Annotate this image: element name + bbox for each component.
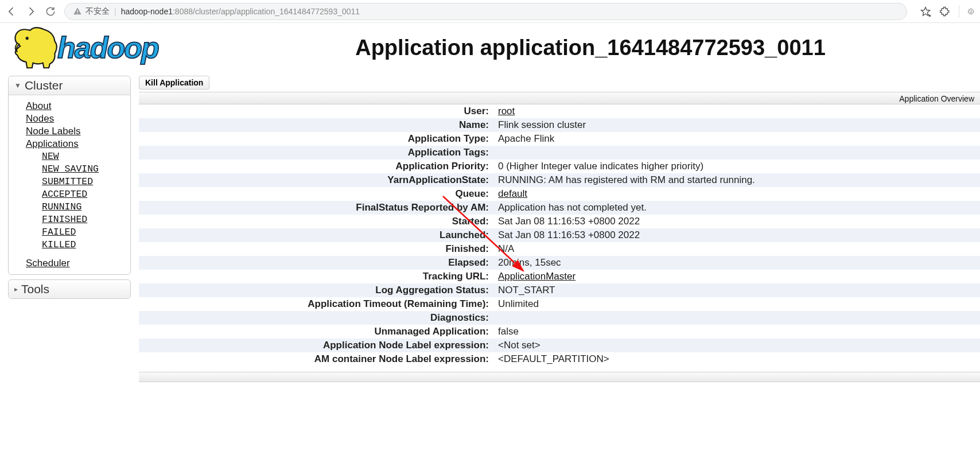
table-row: Started:Sat Jan 08 11:16:53 +0800 2022	[139, 215, 980, 228]
sidebar-appstate-submitted[interactable]: SUBMITTED	[42, 176, 93, 187]
application-overview-header[interactable]: Application Overview	[139, 92, 980, 104]
url-text: hadoop-node1:8088/cluster/app/applicatio…	[121, 7, 360, 16]
chevron-down-icon: ▼	[14, 81, 21, 90]
insecure-indicator: 不安全	[73, 6, 110, 17]
table-row: Application Priority:0 (Higher Integer v…	[139, 160, 980, 173]
sidebar-appstate-failed[interactable]: FAILED	[42, 227, 76, 238]
info-label: Unmanaged Application:	[139, 325, 493, 339]
table-row: Tracking URL:ApplicationMaster	[139, 270, 980, 283]
info-value	[493, 146, 980, 160]
info-label: Finished:	[139, 242, 493, 256]
table-row: Name:Flink session cluster	[139, 118, 980, 132]
main-content: Kill Application Application Overview Us…	[139, 76, 980, 382]
info-label: Started:	[139, 215, 493, 228]
svg-point-8	[26, 37, 29, 40]
table-row: Application Tags:	[139, 146, 980, 160]
svg-point-5	[969, 9, 974, 14]
back-button[interactable]	[6, 6, 17, 17]
table-row: Application Node Label expression:<Not s…	[139, 339, 980, 352]
logo[interactable]: hadoop	[10, 26, 211, 69]
info-value: false	[493, 325, 980, 339]
info-value-link[interactable]: root	[498, 106, 515, 116]
info-value-link[interactable]: default	[498, 188, 527, 199]
sidebar-link-node-labels[interactable]: Node Labels	[26, 126, 80, 137]
info-value: Unlimited	[493, 297, 980, 311]
sidebar-link-about[interactable]: About	[26, 100, 51, 111]
sidebar-appstate-finished[interactable]: FINISHED	[42, 214, 87, 225]
forward-button[interactable]	[25, 6, 37, 17]
favorite-icon[interactable]	[920, 6, 931, 17]
sidebar-appstate-new-saving[interactable]: NEW_SAVING	[42, 164, 99, 174]
sidebar-panel-cluster: ▼ Cluster About Nodes Node Labels Applic…	[8, 76, 131, 275]
address-separator: |	[114, 7, 116, 16]
info-label: Elapsed:	[139, 256, 493, 270]
info-value: Sat Jan 08 11:16:53 +0800 2022	[493, 215, 980, 228]
sidebar: ▼ Cluster About Nodes Node Labels Applic…	[8, 76, 131, 304]
info-value-link[interactable]: ApplicationMaster	[498, 271, 575, 282]
info-label: Tracking URL:	[139, 270, 493, 283]
browser-chrome: 不安全 | hadoop-node1:8088/cluster/app/appl…	[0, 0, 980, 23]
table-row: Application Type:Apache Flink	[139, 132, 980, 146]
hadoop-elephant-icon	[10, 26, 60, 69]
info-value: root	[493, 104, 980, 118]
info-value: Application has not completed yet.	[493, 201, 980, 215]
table-row: Log Aggregation Status:NOT_START	[139, 283, 980, 297]
sidebar-appstate-new[interactable]: NEW	[42, 151, 59, 162]
sidebar-appstate-killed[interactable]: KILLED	[42, 239, 76, 250]
table-row: User:root	[139, 104, 980, 118]
table-row: Unmanaged Application:false	[139, 325, 980, 339]
sidebar-link-scheduler[interactable]: Scheduler	[26, 258, 70, 269]
extensions-icon[interactable]	[939, 6, 951, 17]
info-value	[493, 311, 980, 325]
chevron-right-icon: ▸	[14, 285, 18, 293]
info-value: Apache Flink	[493, 132, 980, 146]
info-value: Flink session cluster	[493, 118, 980, 132]
sidebar-panel-tools-header[interactable]: ▸ Tools	[9, 280, 130, 298]
info-label: Application Node Label expression:	[139, 339, 493, 352]
table-row: Queue:default	[139, 187, 980, 201]
table-row: AM container Node Label expression:<DEFA…	[139, 352, 980, 366]
info-label: Application Timeout (Remaining Time):	[139, 297, 493, 311]
application-info-table: User:rootName:Flink session clusterAppli…	[139, 104, 980, 366]
table-row: YarnApplicationState:RUNNING: AM has reg…	[139, 173, 980, 187]
info-label: AM container Node Label expression:	[139, 352, 493, 366]
toolbar-separator	[959, 5, 959, 18]
info-label: Name:	[139, 118, 493, 132]
sidebar-cluster-label: Cluster	[25, 79, 63, 92]
sidebar-appstate-running[interactable]: RUNNING	[42, 201, 81, 212]
sidebar-panel-cluster-header[interactable]: ▼ Cluster	[9, 76, 130, 95]
address-bar[interactable]: 不安全 | hadoop-node1:8088/cluster/app/appl…	[64, 3, 907, 20]
page-header: hadoop Application application_164148477…	[0, 23, 980, 72]
info-label: Application Tags:	[139, 146, 493, 160]
kill-application-button[interactable]: Kill Application	[139, 76, 209, 90]
info-value: <DEFAULT_PARTITION>	[493, 352, 980, 366]
info-label: Queue:	[139, 187, 493, 201]
section-footer-bar	[139, 372, 980, 382]
info-value: ApplicationMaster	[493, 270, 980, 283]
info-label: Launched:	[139, 228, 493, 242]
table-row: Finished:N/A	[139, 242, 980, 256]
info-value: 0 (Higher Integer value indicates higher…	[493, 160, 980, 173]
info-value: 20mins, 15sec	[493, 256, 980, 270]
info-label: YarnApplicationState:	[139, 173, 493, 187]
svg-point-7	[971, 10, 972, 11]
more-icon[interactable]	[967, 6, 974, 17]
refresh-button[interactable]	[45, 6, 56, 17]
table-row: Launched:Sat Jan 08 11:16:53 +0800 2022	[139, 228, 980, 242]
info-label: Application Priority:	[139, 160, 493, 173]
table-row: Application Timeout (Remaining Time):Unl…	[139, 297, 980, 311]
table-row: FinalStatus Reported by AM:Application h…	[139, 201, 980, 215]
svg-point-6	[970, 10, 970, 11]
sidebar-link-applications[interactable]: Applications	[26, 138, 79, 149]
info-label: FinalStatus Reported by AM:	[139, 201, 493, 215]
info-label: Diagnostics:	[139, 311, 493, 325]
info-value: default	[493, 187, 980, 201]
sidebar-link-nodes[interactable]: Nodes	[26, 113, 54, 124]
browser-right-icons	[920, 5, 974, 18]
sidebar-appstate-accepted[interactable]: ACCEPTED	[42, 189, 87, 200]
svg-rect-0	[77, 10, 77, 12]
info-label: Application Type:	[139, 132, 493, 146]
info-label: Log Aggregation Status:	[139, 283, 493, 297]
info-value: N/A	[493, 242, 980, 256]
table-row: Diagnostics:	[139, 311, 980, 325]
